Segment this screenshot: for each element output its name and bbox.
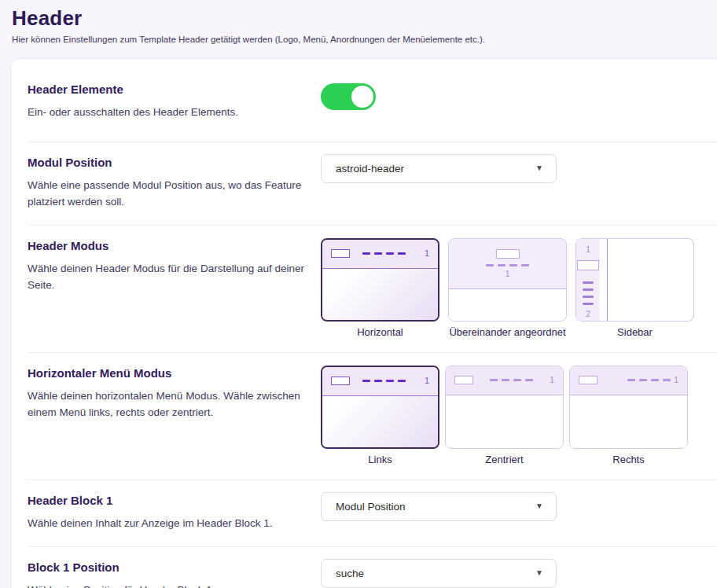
setting-description: Wähle eine Position für Header Block 1. [28, 582, 304, 588]
wireframe-block-number: 1 [674, 376, 678, 384]
wireframe-menu-dashes [362, 252, 406, 255]
setting-label: Header Modus [28, 239, 304, 253]
wireframe-block-number: 1 [425, 249, 429, 258]
wireframe-logo [331, 249, 350, 258]
modul-position-select[interactable]: astroid-header ▼ [321, 154, 557, 183]
wireframe-block-number: 1 [586, 245, 590, 254]
select-value: astroid-header [336, 163, 404, 175]
setting-description: Ein- oder ausschalten des Header Element… [28, 105, 304, 121]
toggle-knob [351, 86, 373, 108]
wireframe-logo [577, 260, 599, 270]
wireframe-menu-dashes [627, 379, 671, 381]
setting-label: Modul Position [28, 156, 304, 170]
wireframe-menu-dashes [486, 264, 529, 266]
setting-row-header-block-1: Header Block 1 Wähle deinen Inhalt zur A… [28, 480, 717, 546]
option-label: Links [321, 454, 439, 465]
wireframe-body [570, 395, 687, 449]
header-elemente-toggle[interactable] [321, 83, 376, 110]
header-block-1-select[interactable]: Modul Position ▼ [321, 492, 557, 521]
page-title: Header [12, 6, 717, 31]
wireframe-block-number: 1 [550, 376, 554, 384]
option-label: Horizontal [321, 326, 439, 338]
setting-row-modul-position: Modul Position Wähle eine passende Modul… [28, 141, 717, 225]
wireframe-block-number: 1 [505, 270, 509, 278]
header-modus-option-horizontal[interactable]: 1 Horizontal [321, 238, 439, 338]
menu-modus-option-links[interactable]: 1 Links [321, 366, 439, 465]
option-label: Rechts [569, 454, 688, 465]
wireframe-menu-dashes [583, 281, 594, 310]
setting-description: Wähle eine passende Modul Position aus, … [28, 178, 304, 211]
chevron-down-icon: ▼ [535, 164, 543, 172]
chevron-down-icon: ▼ [535, 569, 543, 577]
wireframe-logo [496, 249, 520, 259]
option-label: Sidebar [575, 326, 694, 338]
wireframe-body [322, 269, 438, 322]
setting-row-header-modus: Header Modus Wähle deinen Header Modus f… [28, 225, 717, 352]
select-value: Modul Position [336, 501, 406, 513]
wireframe-block-number: 1 [425, 377, 429, 385]
wireframe-body [322, 396, 438, 449]
wireframe-body [446, 395, 563, 449]
wireframe-logo [454, 376, 473, 384]
setting-label: Header Block 1 [28, 494, 304, 508]
wireframe-body [449, 289, 566, 321]
block-1-position-select[interactable]: suche ▼ [321, 559, 557, 588]
setting-row-block-1-position: Block 1 Position Wähle eine Position für… [28, 546, 717, 588]
setting-label: Block 1 Position [28, 560, 304, 575]
setting-description: Wähle deinen Header Modus für die Darste… [28, 261, 304, 294]
setting-description: Wähle deinen horizontalen Menü Modus. Wä… [28, 388, 304, 421]
setting-row-horizontaler-menu-modus: Horizontaler Menü Modus Wähle deinen hor… [28, 352, 717, 480]
wireframe-logo [579, 376, 598, 384]
wireframe-divider [607, 239, 608, 321]
page-header: Header Hier können Einstellungen zum Tem… [0, 0, 717, 44]
select-value: suche [336, 568, 364, 579]
wireframe-block-number: 2 [586, 310, 590, 318]
menu-modus-option-rechts[interactable]: 1 Rechts [569, 366, 688, 465]
setting-description: Wähle deinen Inhalt zur Anzeige im Heade… [28, 516, 304, 532]
wireframe-menu-dashes [490, 379, 533, 381]
wireframe-logo [331, 377, 350, 385]
setting-label: Header Elemente [28, 83, 304, 97]
header-modus-option-sidebar[interactable]: 1 2 Sidebar [575, 238, 694, 338]
wireframe-menu-dashes [362, 380, 406, 382]
option-label: Übereinander angeordnet [448, 326, 567, 338]
page-subtitle: Hier können Einstellungen zum Template H… [12, 35, 717, 44]
menu-modus-option-zentriert[interactable]: 1 Zentriert [445, 366, 564, 465]
setting-row-header-elemente: Header Elemente Ein- oder ausschalten de… [28, 59, 717, 141]
settings-card: Header Elemente Ein- oder ausschalten de… [10, 58, 717, 588]
header-modus-option-stacked[interactable]: 1 Übereinander angeordnet [448, 238, 567, 338]
setting-label: Horizontaler Menü Modus [28, 366, 304, 380]
chevron-down-icon: ▼ [535, 502, 543, 510]
option-label: Zentriert [445, 454, 564, 465]
